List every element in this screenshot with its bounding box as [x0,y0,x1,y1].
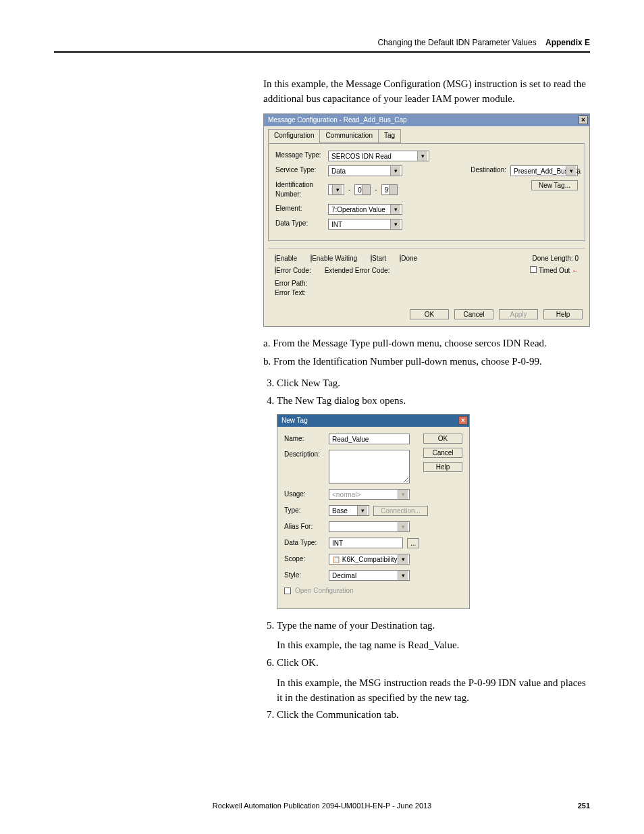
newtag-datatype-input[interactable] [329,538,403,548]
connection-button: Connection... [373,506,428,516]
element-label: Element: [275,204,324,214]
scope-label: Scope: [284,554,325,565]
newtag-cancel-button[interactable]: Cancel [423,448,462,458]
name-label: Name: [284,434,325,444]
newtag-help-button[interactable]: Help [423,462,462,472]
timeout-arrow-icon: ← [572,267,579,274]
newtag-ok-button[interactable]: OK [423,434,462,444]
status-area: Enable Enable Waiting Start Done Done Le… [268,248,585,301]
data-type-dropdown[interactable]: INT [328,219,402,230]
close-icon[interactable]: × [579,115,588,124]
message-type-dropdown[interactable]: SERCOS IDN Read [328,151,429,161]
config-sheet: Message Type: SERCOS IDN Read Service Ty… [268,143,585,241]
idn-dash-2: - [375,185,377,195]
step-4: The New Tag dialog box opens. [277,395,406,406]
idn-dash-1: - [348,185,350,195]
scope-dropdown[interactable]: 📋 K6K_Compatibility [329,554,410,565]
step-5: Type the name of your Destination tag. [277,620,435,631]
message-config-dialog: Message Configuration - Read_Add_Bus_Cap… [263,113,590,327]
service-type-dropdown[interactable]: Data [328,165,402,176]
tab-configuration[interactable]: Configuration [268,129,320,143]
desc-label: Description: [284,450,325,460]
data-type-label: Data Type: [275,219,324,229]
idn-0-spinner[interactable]: 0 [354,184,371,195]
ext-error-code-label: Extended Error Code: [325,266,390,276]
datatype-browse-button[interactable]: ... [407,538,419,548]
usage-dropdown: <normal> [329,489,410,500]
type-dropdown[interactable]: Base [329,505,369,516]
tab-communication[interactable]: Communication [319,129,378,143]
new-tag-dialog: New Tag × Name: Description: OK Cancel H… [277,414,470,609]
page-footer: Rockwell Automation Publication 2094-UM0… [54,802,590,810]
ok-button[interactable]: OK [410,309,449,319]
destination-dropdown[interactable]: Present_Add_Bus_Ca [510,165,578,176]
publication-info: Rockwell Automation Publication 2094-UM0… [213,802,431,810]
step-7: Click the Communication tab. [277,708,590,723]
step-6: Click OK. [277,657,319,668]
element-dropdown[interactable]: 7:Operation Value [328,204,402,215]
newtag-titlebar: New Tag × [277,415,469,427]
newtag-title: New Tag [281,416,308,426]
error-path-label: Error Path: [275,279,579,289]
apply-button[interactable]: Apply [499,309,538,319]
usage-label: Usage: [284,490,325,500]
header-appendix: Appendix E [545,38,590,47]
page-number: 251 [578,802,590,810]
msg-titlebar: Message Configuration - Read_Add_Bus_Cap… [264,114,589,127]
header-title: Changing the Default IDN Parameter Value… [377,38,536,47]
open-config-label: Open Configuration [295,586,354,596]
page-header: Changing the Default IDN Parameter Value… [54,38,590,53]
open-config-checkbox [284,588,291,594]
substep-b: b. From the Identification Number pull-d… [263,355,590,369]
idn-p-dropdown[interactable]: P [328,184,344,195]
substep-a: a. From the Message Type pull-down menu,… [263,336,590,351]
style-label: Style: [284,571,325,581]
intro-paragraph: In this example, the Message Configurati… [263,77,590,107]
new-tag-button[interactable]: New Tag... [531,180,578,190]
idn-label: Identification Number: [275,180,324,200]
service-type-label: Service Type: [275,165,324,176]
cancel-button[interactable]: Cancel [454,309,493,319]
step-3: Click New Tag. [277,376,590,391]
tab-tag[interactable]: Tag [378,129,401,143]
dialog-buttons: OK Cancel Apply Help [264,305,589,326]
step-6b: In this example, the MSG instruction rea… [277,676,590,706]
message-type-label: Message Type: [275,151,324,161]
destination-label: Destination: [471,165,506,176]
tab-strip: Configuration Communication Tag [264,126,589,143]
timed-out-checkbox[interactable] [530,266,537,273]
idn-99-spinner[interactable]: 99 [381,184,398,195]
error-text-label: Error Text: [275,288,579,298]
alias-label: Alias For: [284,522,325,532]
help-button[interactable]: Help [543,309,583,319]
alias-dropdown [329,521,410,532]
step-5b: In this example, the tag name is Read_Va… [277,638,590,653]
type-label: Type: [284,506,325,516]
close-icon[interactable]: × [458,416,468,425]
msg-title: Message Configuration - Read_Add_Bus_Cap [268,115,407,126]
newtag-datatype-label: Data Type: [284,538,325,548]
description-input[interactable] [329,450,410,484]
name-input[interactable] [329,434,410,444]
done-length-label: Done Length: 0 [533,254,579,264]
style-dropdown[interactable]: Decimal [329,570,410,581]
